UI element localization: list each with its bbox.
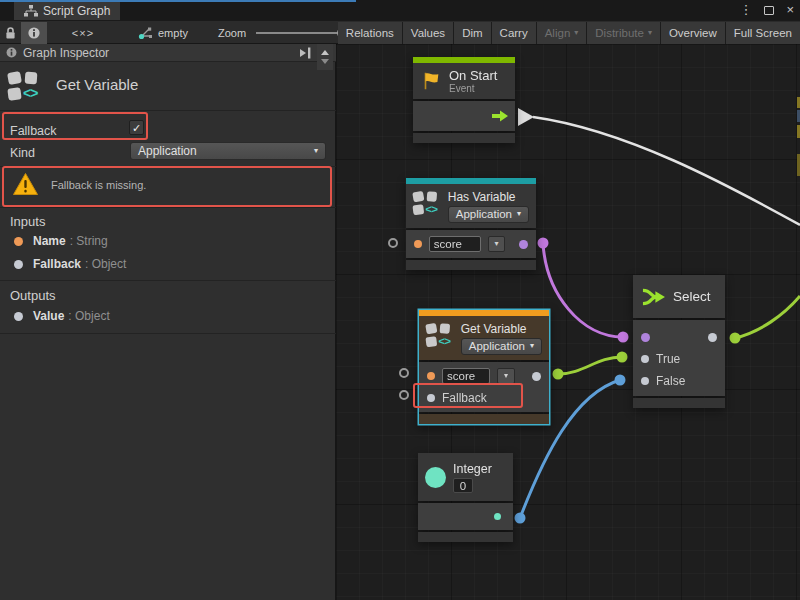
variable-scope-dropdown[interactable]: Application ▾ — [461, 338, 542, 355]
lock-button[interactable] — [0, 22, 20, 44]
distribute-button: Distribute▾ — [587, 22, 660, 44]
bool-condition-port[interactable] — [641, 333, 650, 342]
bool-output-port[interactable] — [519, 240, 528, 249]
unconnected-port-indicator[interactable] — [388, 238, 398, 248]
kind-dropdown[interactable]: Application ▾ — [130, 142, 326, 160]
graph-toolbar: <×> empty Zoom 1x Relations Values Dim C… — [0, 20, 800, 44]
flow-output-port[interactable] — [491, 109, 509, 123]
inspector-title: Graph Inspector — [23, 46, 109, 60]
wire-select-output[interactable] — [735, 296, 800, 338]
node-select[interactable]: Select True False — [633, 275, 725, 408]
false-input-port[interactable] — [641, 377, 649, 385]
node-footer — [633, 398, 725, 408]
select-output-port[interactable] — [708, 333, 717, 342]
chevron-down-icon: ▾ — [504, 372, 508, 380]
outputs-heading: Outputs — [10, 288, 56, 303]
wire-endpoint[interactable] — [553, 369, 564, 380]
unconnected-port-indicator[interactable] — [399, 390, 409, 400]
string-input-port[interactable] — [427, 372, 435, 380]
graph-inspector-header: Graph Inspector — [0, 44, 336, 62]
variable-name-input[interactable] — [429, 236, 481, 252]
wire-endpoint[interactable] — [538, 238, 549, 249]
true-input-port[interactable] — [641, 355, 649, 363]
inspector-toggle-button[interactable] — [21, 22, 47, 44]
divider — [0, 280, 336, 281]
graph-canvas[interactable]: On Start Event <> Has Variable Applicati… — [336, 44, 800, 600]
variable-node-icon: <> — [426, 322, 451, 348]
node-title: Get Variable — [461, 322, 542, 336]
carry-button[interactable]: Carry — [492, 22, 536, 44]
overview-button[interactable]: Overview — [661, 22, 725, 44]
node-on-start[interactable]: On Start Event — [413, 57, 515, 143]
scroll-down-icon[interactable] — [321, 59, 329, 64]
node-footer — [413, 133, 515, 143]
chevron-down-icon: ▾ — [530, 342, 534, 350]
node-footer — [419, 414, 549, 424]
values-button[interactable]: Values — [403, 22, 453, 44]
chevron-down-icon: ▾ — [495, 240, 499, 248]
wire-control-flow[interactable] — [533, 117, 800, 225]
integer-value-input[interactable]: 0 — [453, 478, 473, 493]
info-icon — [6, 47, 17, 58]
string-port-dot — [14, 237, 23, 246]
node-integer[interactable]: Integer 0 — [418, 453, 513, 542]
wire-endpoint[interactable] — [615, 375, 626, 386]
inputs-heading: Inputs — [10, 214, 45, 229]
value-output-port[interactable] — [532, 372, 541, 381]
scroll-up-icon[interactable] — [321, 50, 329, 55]
full-screen-button[interactable]: Full Screen — [726, 22, 800, 44]
node-footer — [418, 532, 513, 542]
node-title: On Start — [449, 68, 497, 83]
string-input-port[interactable] — [414, 240, 422, 248]
divider — [0, 110, 336, 111]
flag-icon — [420, 70, 442, 92]
graph-state-icon — [138, 26, 153, 40]
window-menu-icon[interactable]: ⋮ — [739, 0, 752, 20]
wire-endpoint[interactable] — [618, 332, 629, 343]
kind-field-label: Kind — [10, 146, 35, 160]
wire-endpoint[interactable] — [515, 513, 526, 524]
variable-node-icon: <> — [413, 190, 438, 216]
variable-scope-dropdown[interactable]: Application ▾ — [448, 206, 529, 223]
false-port-label: False — [656, 374, 685, 388]
zoom-label: Zoom — [218, 27, 246, 39]
tab-script-graph[interactable]: Script Graph — [14, 2, 120, 20]
graph-hierarchy-icon — [24, 5, 38, 17]
info-icon — [28, 27, 40, 39]
annotation-fallback-port — [413, 383, 523, 408]
variable-picker-button[interactable]: ▾ — [488, 236, 506, 252]
select-merge-icon — [640, 286, 666, 308]
chevron-down-icon: ▾ — [574, 29, 578, 37]
inspected-node-title: Get Variable — [56, 76, 138, 93]
graph-state-label: empty — [158, 27, 188, 39]
wire-bool[interactable] — [543, 243, 623, 337]
chevron-down-icon: ▾ — [517, 210, 521, 218]
variable-node-icon: <> — [8, 70, 42, 102]
code-view-button[interactable]: <×> — [58, 22, 108, 44]
variable-name-input[interactable] — [442, 368, 490, 384]
wire-value-true[interactable] — [558, 357, 622, 374]
unconnected-port-indicator[interactable] — [399, 368, 409, 378]
output-row-value: Value : Object — [14, 309, 110, 323]
variable-picker-button[interactable]: ▾ — [497, 368, 515, 384]
flow-connector-arrow[interactable] — [518, 108, 534, 126]
window-maximize-icon[interactable] — [764, 6, 774, 15]
node-title: Integer — [453, 462, 492, 476]
dock-panel-icon[interactable] — [298, 46, 313, 60]
window-close-icon[interactable]: × — [786, 0, 794, 20]
annotation-warning-box — [2, 166, 332, 207]
panel-scroll-spinner[interactable] — [317, 44, 333, 70]
dim-button[interactable]: Dim — [454, 22, 490, 44]
annotation-fallback-field — [2, 112, 148, 140]
kind-dropdown-value: Application — [138, 144, 197, 158]
int-output-port[interactable] — [494, 513, 501, 520]
node-has-variable[interactable]: <> Has Variable Application ▾ ▾ — [406, 178, 536, 270]
lock-icon — [4, 26, 17, 40]
divider — [0, 333, 336, 334]
wire-endpoint[interactable] — [617, 352, 628, 363]
align-button: Align▾ — [537, 22, 587, 44]
wire-endpoint[interactable] — [730, 333, 741, 344]
relations-button[interactable]: Relations — [338, 22, 402, 44]
zoom-slider[interactable] — [256, 32, 344, 34]
node-subtitle: Event — [449, 83, 497, 94]
